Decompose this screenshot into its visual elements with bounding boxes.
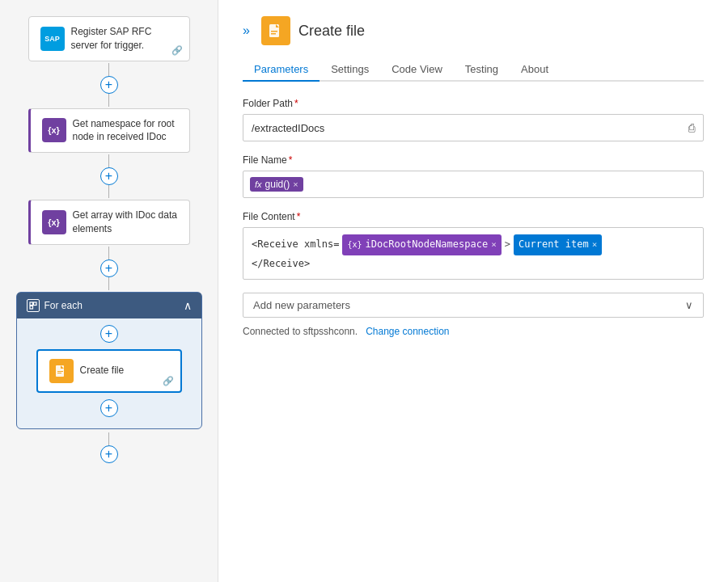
connector-1: + [100, 63, 118, 107]
connector-2: + [100, 154, 118, 198]
create-file-node[interactable]: Create file 🔗 [36, 349, 182, 393]
svg-rect-5 [57, 373, 61, 373]
connector-inner-bottom: + [100, 399, 118, 417]
connector-line [108, 247, 109, 259]
file-content-label: File Content* [243, 211, 704, 222]
get-array-node[interactable]: {x} Get array with IDoc data elements [28, 200, 190, 245]
get-namespace-node[interactable]: {x} Get namespace for root node in recei… [28, 108, 190, 154]
connector-3: + [100, 247, 118, 290]
svg-rect-7 [271, 31, 277, 32]
for-each-header[interactable]: For each ∧ [17, 293, 201, 318]
folder-path-value: /extractedIDocs [252, 122, 324, 134]
guid-token-text: guid() [265, 179, 290, 190]
namespace-token-close[interactable]: × [491, 237, 497, 253]
tabs-container: Parameters Settings Code View Testing Ab… [243, 58, 704, 82]
folder-path-label: Folder Path* [243, 98, 704, 109]
guid-token[interactable]: fx guid() × [250, 177, 303, 192]
connector-bottom: + [100, 432, 118, 463]
add-step-3-button[interactable]: + [100, 259, 118, 277]
connected-to-text: Connected to sftpsshconn. [243, 326, 358, 337]
svg-rect-1 [33, 302, 36, 306]
namespace-token-text: iDocRootNodeNamespace [365, 236, 488, 254]
connector-line [108, 277, 109, 290]
add-params-button[interactable]: Add new parameters ∨ [243, 293, 704, 318]
open-tag-prefix: <Receive xmlns= [252, 236, 339, 254]
get-namespace-label: Get namespace for root node in received … [73, 117, 178, 145]
sap-icon: SAP [40, 27, 65, 51]
current-item-token-text: Current item [518, 236, 589, 254]
svg-rect-2 [30, 306, 33, 309]
guid-token-close[interactable]: × [293, 179, 298, 189]
add-params-label: Add new parameters [253, 299, 350, 311]
register-sap-label: Register SAP RFC server for trigger. [71, 25, 178, 53]
back-arrow-icon[interactable]: » [243, 23, 250, 38]
connector-line [108, 154, 109, 167]
for-each-label: For each [27, 299, 83, 312]
create-file-inner-label: Create file [80, 364, 125, 377]
file-name-group: File Name* fx guid() × [243, 154, 704, 198]
for-each-text: For each [44, 300, 83, 311]
panel-icon [261, 16, 290, 45]
connector-line [108, 63, 109, 76]
file-content-line-1: <Receive xmlns= {x} iDocRootNodeNamespac… [252, 234, 695, 255]
connector-line [108, 94, 109, 107]
link-icon-inner: 🔗 [163, 376, 174, 386]
namespace-token[interactable]: {x} iDocRootNodeNamespace × [342, 234, 501, 255]
folder-path-group: Folder Path* /extractedIDocs ⎙ [243, 98, 704, 141]
connector-line [108, 185, 109, 198]
add-step-inner-bottom-button[interactable]: + [100, 399, 118, 417]
add-step-2-button[interactable]: + [100, 167, 118, 185]
tab-testing[interactable]: Testing [454, 58, 510, 82]
svg-rect-0 [30, 302, 33, 306]
tab-settings[interactable]: Settings [320, 58, 380, 82]
close-tag: </Receive> [252, 255, 310, 273]
svg-rect-4 [57, 371, 63, 372]
expression-icon-1: {x} [42, 118, 66, 142]
connector-line-bottom [108, 432, 109, 445]
expression-token-icon: {x} [347, 238, 362, 252]
add-step-inner-button[interactable]: + [100, 325, 118, 343]
folder-path-icon: ⎙ [688, 121, 695, 134]
panel-header: » Create file [243, 16, 704, 45]
connection-info: Connected to sftpsshconn. Change connect… [243, 326, 704, 337]
change-connection-link[interactable]: Change connection [366, 326, 449, 337]
current-item-token-close[interactable]: × [592, 237, 598, 253]
folder-path-input[interactable]: /extractedIDocs ⎙ [243, 114, 704, 141]
file-content-line-2: </Receive> [252, 255, 695, 273]
arrow-text: > [505, 236, 510, 254]
right-panel: » Create file Parameters Settings Code V… [218, 0, 728, 582]
expression-icon-2: {x} [42, 210, 66, 234]
get-array-label: Get array with IDoc data elements [73, 209, 178, 236]
file-name-input[interactable]: fx guid() × [243, 171, 704, 198]
file-content-input[interactable]: <Receive xmlns= {x} iDocRootNodeNamespac… [243, 227, 704, 280]
panel-title: Create file [298, 23, 365, 40]
chevron-down-icon: ∨ [685, 299, 693, 311]
connector-inner-top: + [100, 325, 118, 343]
fx-icon: fx [255, 179, 262, 189]
for-each-icon [27, 299, 40, 312]
current-item-token[interactable]: Current item × [514, 234, 602, 255]
add-step-1-button[interactable]: + [100, 76, 118, 94]
register-sap-node[interactable]: SAP Register SAP RFC server for trigger.… [28, 16, 190, 61]
collapse-button[interactable]: ∧ [184, 299, 192, 312]
for-each-container: For each ∧ + Create file 🔗 + [16, 292, 202, 429]
tab-about[interactable]: About [510, 58, 560, 82]
tab-code-view[interactable]: Code View [380, 58, 454, 82]
create-file-icon [49, 359, 74, 383]
svg-rect-8 [271, 33, 276, 35]
tab-parameters[interactable]: Parameters [243, 58, 320, 82]
file-content-group: File Content* <Receive xmlns= {x} iDocRo… [243, 211, 704, 280]
file-name-label: File Name* [243, 154, 704, 166]
add-step-bottom-button[interactable]: + [100, 445, 118, 463]
link-icon: 🔗 [171, 45, 183, 56]
left-panel: SAP Register SAP RFC server for trigger.… [0, 0, 218, 582]
